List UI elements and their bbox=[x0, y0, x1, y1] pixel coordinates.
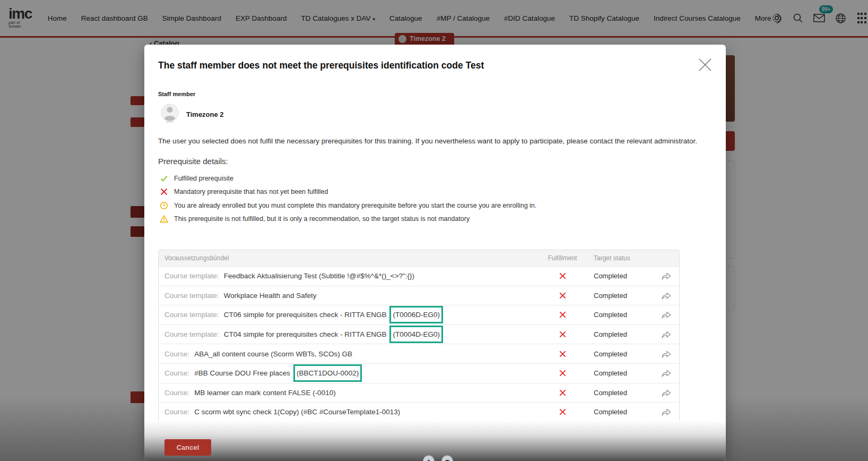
check-icon bbox=[159, 174, 168, 183]
prerequisite-name-cell: Course template:CT04 simple for prerequi… bbox=[159, 330, 544, 338]
cross-icon bbox=[559, 292, 567, 300]
cross-icon bbox=[559, 330, 567, 338]
go-to-course-share-icon[interactable] bbox=[653, 407, 679, 416]
prerequisites-table: Voraussetzungsbündel Fulfillment Target … bbox=[158, 250, 680, 422]
column-header-fulfillment: Fulfillment bbox=[544, 254, 581, 262]
close-icon[interactable] bbox=[697, 57, 713, 73]
warning-icon bbox=[160, 215, 168, 223]
go-to-course-share-icon[interactable] bbox=[653, 330, 679, 339]
modal-footer: Cancel bbox=[144, 421, 726, 461]
prerequisite-type-label: Course template: bbox=[164, 272, 219, 280]
legend-text: Mandatory prerequisite that has not yet … bbox=[174, 188, 328, 195]
share-icon bbox=[661, 291, 672, 300]
prerequisite-type-label: Course: bbox=[164, 350, 189, 358]
fulfillment-not-met-icon bbox=[544, 408, 581, 416]
table-row: Course template:Workplace Health and Saf… bbox=[159, 286, 679, 305]
legend-list: Fulfilled prerequisiteMandatory prerequi… bbox=[159, 175, 712, 224]
cross-icon bbox=[559, 369, 567, 377]
share-icon bbox=[661, 310, 672, 319]
table-row: Course:MB learner can mark content FALSE… bbox=[159, 383, 679, 403]
prerequisite-type-label: Course template: bbox=[164, 292, 219, 300]
prerequisite-type-label: Course template: bbox=[164, 330, 219, 338]
go-to-course-share-icon[interactable] bbox=[653, 271, 679, 280]
prerequisite-name-cell: Course:C scorm wbt sync check 1(Copy) (#… bbox=[159, 408, 544, 416]
cross-icon bbox=[160, 187, 168, 196]
prerequisite-type-label: Course: bbox=[164, 408, 189, 416]
prerequisite-title: ABA_all content course (Scorm WBTs, SCOs… bbox=[194, 350, 352, 358]
table-header-row: Voraussetzungsbündel Fulfillment Target … bbox=[159, 250, 679, 266]
avatar bbox=[161, 103, 179, 125]
identification-code-highlighted: (T0004D-EG0) bbox=[389, 326, 443, 343]
staff-member-label: Staff member bbox=[158, 91, 712, 97]
cancel-button[interactable]: Cancel bbox=[164, 439, 211, 456]
column-header-target-status: Target status bbox=[581, 254, 653, 262]
target-status-value: Completed bbox=[581, 369, 653, 377]
table-row: Course:#BB Course DOU Free places(BBCT1D… bbox=[159, 363, 679, 383]
column-header-bundle: Voraussetzungsbündel bbox=[159, 254, 544, 262]
share-icon bbox=[661, 369, 672, 378]
staff-member-row: Timezone 2 bbox=[161, 103, 712, 125]
identification-code-highlighted: (T0006D-EG0) bbox=[389, 306, 443, 323]
modal-title: The staff member does not meet the prere… bbox=[144, 45, 726, 71]
target-status-value: Completed bbox=[581, 389, 653, 397]
prerequisite-name-cell: Course:ABA_all content course (Scorm WBT… bbox=[159, 350, 544, 358]
cross-icon bbox=[559, 350, 567, 358]
share-icon bbox=[661, 330, 672, 339]
table-row: Course template:CT06 simple for prerequi… bbox=[159, 305, 679, 325]
prerequisite-title: #BB Course DOU Free places bbox=[194, 369, 290, 377]
legend-text: You are already enrolled but you must co… bbox=[174, 202, 536, 209]
prerequisite-name-cell: Course:MB learner can mark content FALSE… bbox=[159, 389, 544, 397]
target-status-value: Completed bbox=[581, 350, 653, 358]
prerequisites-description: The user you selected does not fulfil th… bbox=[158, 136, 712, 146]
prerequisite-title: CT04 simple for prerequisites check - RI… bbox=[224, 330, 387, 338]
legend-item: Mandatory prerequisite that has not yet … bbox=[159, 188, 712, 196]
go-to-course-share-icon[interactable] bbox=[653, 388, 679, 397]
go-to-course-share-icon[interactable] bbox=[653, 291, 679, 300]
prerequisite-name-cell: Course:#BB Course DOU Free places(BBCT1D… bbox=[159, 369, 544, 377]
fulfillment-not-met-icon bbox=[544, 272, 581, 280]
clock-icon bbox=[160, 201, 168, 210]
target-status-value: Completed bbox=[581, 272, 653, 280]
prerequisite-name-cell: Course template:Feedback Aktualisierung … bbox=[159, 272, 544, 280]
target-status-value: Completed bbox=[581, 292, 653, 300]
prerequisite-type-label: Course: bbox=[164, 389, 189, 397]
table-row: Course template:Feedback Aktualisierung … bbox=[159, 266, 679, 286]
cross-icon bbox=[559, 272, 567, 280]
cross-icon bbox=[559, 408, 567, 416]
staff-member-name: Timezone 2 bbox=[186, 110, 224, 118]
table-row: Course template:CT04 simple for prerequi… bbox=[159, 325, 679, 344]
legend-item: You are already enrolled but you must co… bbox=[159, 202, 712, 210]
prerequisite-type-label: Course template: bbox=[164, 311, 219, 319]
share-icon bbox=[661, 271, 672, 280]
fulfillment-not-met-icon bbox=[544, 330, 581, 338]
fulfillment-not-met-icon bbox=[544, 292, 581, 300]
go-to-course-share-icon[interactable] bbox=[653, 349, 679, 358]
cross-icon bbox=[559, 389, 567, 397]
prerequisite-title: Feedback Aktualisierung Test (Subtitle !… bbox=[224, 272, 414, 280]
target-status-value: Completed bbox=[581, 330, 653, 338]
target-status-value: Completed bbox=[581, 311, 653, 319]
prerequisite-title: CT06 simple for prerequisites check - RI… bbox=[224, 311, 387, 319]
prerequisite-title: MB learner can mark content FALSE (-0010… bbox=[194, 389, 335, 397]
warning-icon bbox=[159, 215, 168, 223]
fulfillment-not-met-icon bbox=[544, 369, 581, 377]
share-icon bbox=[661, 388, 672, 397]
prerequisites-modal: The staff member does not meet the prere… bbox=[144, 45, 726, 461]
fulfillment-not-met-icon bbox=[544, 311, 581, 319]
go-to-course-share-icon[interactable] bbox=[653, 369, 679, 378]
table-row: Course:ABA_all content course (Scorm WBT… bbox=[159, 344, 679, 363]
cross-icon bbox=[159, 187, 168, 196]
fulfillment-not-met-icon bbox=[544, 350, 581, 358]
share-icon bbox=[661, 349, 672, 358]
go-to-course-share-icon[interactable] bbox=[653, 310, 679, 319]
prerequisite-name-cell: Course template:Workplace Health and Saf… bbox=[159, 292, 544, 300]
prerequisite-name-cell: Course template:CT06 simple for prerequi… bbox=[159, 311, 544, 319]
prerequisite-title: Workplace Health and Safety bbox=[224, 292, 317, 300]
cross-icon bbox=[559, 311, 567, 319]
legend-item: Fulfilled prerequisite bbox=[159, 175, 712, 183]
prerequisite-details-heading: Prerequisite details: bbox=[158, 157, 712, 166]
prerequisite-type-label: Course: bbox=[164, 369, 189, 377]
legend-item: This prerequisite is not fulfilled, but … bbox=[159, 215, 712, 223]
identification-code-highlighted: (BBCT1DOU-0002) bbox=[293, 364, 362, 382]
prerequisite-title: C scorm wbt sync check 1(Copy) (#BC #Cou… bbox=[194, 408, 400, 416]
